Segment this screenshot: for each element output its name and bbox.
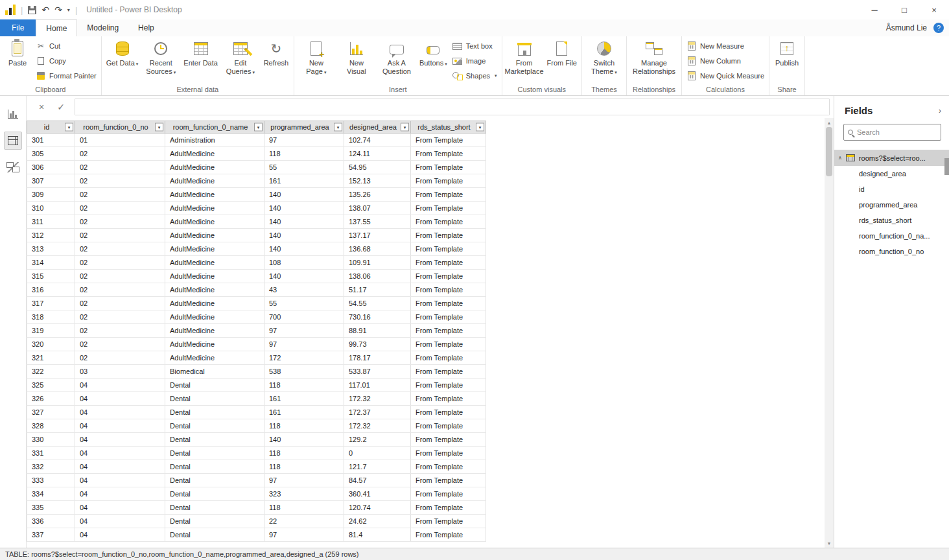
table-cell[interactable]: Dental <box>165 433 264 447</box>
new-measure-button[interactable]: New Measure <box>686 41 764 51</box>
table-cell[interactable]: 700 <box>264 310 344 324</box>
help-icon[interactable]: ? <box>933 23 944 33</box>
table-cell[interactable]: 135.26 <box>344 188 411 202</box>
table-cell[interactable]: From Template <box>411 419 486 433</box>
get-data-button[interactable]: Get Data▾ <box>104 37 141 67</box>
quickaccess-dropdown-icon[interactable]: ▾ <box>67 7 70 13</box>
table-cell[interactable]: 97 <box>264 324 344 338</box>
table-cell[interactable]: 02 <box>75 202 165 215</box>
table-cell[interactable]: 140 <box>264 270 344 283</box>
table-cell[interactable]: 01 <box>75 134 165 147</box>
tab-modeling[interactable]: Modeling <box>77 19 128 36</box>
table-cell[interactable]: 320 <box>27 338 75 351</box>
table-cell[interactable]: 314 <box>27 256 75 270</box>
table-row[interactable]: 33504Dental118120.74From Template <box>27 501 486 515</box>
formula-cancel-icon[interactable]: × <box>36 102 47 112</box>
table-cell[interactable]: Dental <box>165 447 264 460</box>
table-cell[interactable]: 137.55 <box>344 215 411 229</box>
table-cell[interactable]: 360.41 <box>344 487 411 501</box>
table-cell[interactable]: 136.68 <box>344 242 411 256</box>
table-cell[interactable]: 04 <box>75 406 165 419</box>
table-cell[interactable]: AdultMedicine <box>165 310 264 324</box>
table-cell[interactable]: 88.91 <box>344 324 411 338</box>
undo-icon[interactable]: ↶ <box>41 5 49 14</box>
formula-input[interactable] <box>75 99 830 115</box>
report-view-button[interactable] <box>4 105 22 123</box>
field-item[interactable]: room_function_0_na... <box>834 228 949 244</box>
table-cell[interactable]: AdultMedicine <box>165 324 264 338</box>
table-cell[interactable]: 118 <box>264 147 344 161</box>
table-cell[interactable]: AdultMedicine <box>165 147 264 161</box>
table-cell[interactable]: 02 <box>75 310 165 324</box>
table-cell[interactable]: 02 <box>75 188 165 202</box>
minimize-button[interactable]: ─ <box>860 0 889 19</box>
table-cell[interactable]: 138.07 <box>344 202 411 215</box>
table-cell[interactable]: 02 <box>75 242 165 256</box>
table-cell[interactable]: From Template <box>411 297 486 310</box>
table-cell[interactable]: 54.55 <box>344 297 411 310</box>
table-cell[interactable]: 04 <box>75 487 165 501</box>
table-cell[interactable]: 161 <box>264 174 344 188</box>
table-cell[interactable]: 312 <box>27 229 75 242</box>
table-cell[interactable]: 330 <box>27 433 75 447</box>
table-cell[interactable]: 316 <box>27 283 75 297</box>
table-cell[interactable]: 326 <box>27 392 75 406</box>
table-cell[interactable]: AdultMedicine <box>165 338 264 351</box>
table-cell[interactable]: 315 <box>27 270 75 283</box>
enter-data-button[interactable]: Enter Data <box>181 37 220 67</box>
data-view-button[interactable] <box>4 132 22 150</box>
table-cell[interactable]: AdultMedicine <box>165 351 264 365</box>
scrollbar-thumb[interactable] <box>826 127 832 176</box>
vertical-scrollbar[interactable]: ▲ ▼ <box>825 118 834 548</box>
model-view-button[interactable] <box>4 158 22 176</box>
table-row[interactable]: 31302AdultMedicine140136.68From Template <box>27 242 486 256</box>
table-cell[interactable]: Dental <box>165 487 264 501</box>
table-cell[interactable]: 161 <box>264 406 344 419</box>
column-filter-button[interactable]: ▾ <box>476 123 484 132</box>
table-row[interactable]: 33404Dental323360.41From Template <box>27 487 486 501</box>
table-cell[interactable]: From Template <box>411 433 486 447</box>
table-cell[interactable]: 309 <box>27 188 75 202</box>
publish-button[interactable]: Publish <box>771 37 803 67</box>
tab-file[interactable]: File <box>0 19 36 36</box>
table-cell[interactable]: AdultMedicine <box>165 242 264 256</box>
table-cell[interactable]: 97 <box>264 528 344 542</box>
table-cell[interactable]: 02 <box>75 174 165 188</box>
collapse-panel-icon[interactable]: › <box>939 106 941 115</box>
table-row[interactable]: 32704Dental161172.37From Template <box>27 406 486 419</box>
table-cell[interactable]: 140 <box>264 229 344 242</box>
table-row[interactable]: 31502AdultMedicine140138.06From Template <box>27 270 486 283</box>
table-cell[interactable]: Dental <box>165 460 264 474</box>
edit-queries-button[interactable]: Edit Queries▾ <box>220 37 261 76</box>
table-row[interactable]: 33704Dental9781.4From Template <box>27 528 486 542</box>
table-cell[interactable]: 55 <box>264 161 344 174</box>
table-cell[interactable]: 328 <box>27 419 75 433</box>
table-cell[interactable]: 306 <box>27 161 75 174</box>
table-row[interactable]: 30902AdultMedicine140135.26From Template <box>27 188 486 202</box>
table-cell[interactable]: 317 <box>27 297 75 310</box>
table-row[interactable]: 32102AdultMedicine172178.17From Template <box>27 351 486 365</box>
table-cell[interactable]: Administration <box>165 134 264 147</box>
table-cell[interactable]: 305 <box>27 147 75 161</box>
text-box-button[interactable]: Text box <box>452 41 497 51</box>
table-cell[interactable]: 04 <box>75 501 165 515</box>
table-cell[interactable]: AdultMedicine <box>165 297 264 310</box>
column-header[interactable]: designed_area▾ <box>344 121 411 134</box>
table-cell[interactable]: Dental <box>165 392 264 406</box>
table-cell[interactable]: From Template <box>411 147 486 161</box>
table-cell[interactable]: From Template <box>411 474 486 487</box>
table-cell[interactable]: 301 <box>27 134 75 147</box>
field-item[interactable]: id <box>834 181 949 197</box>
table-cell[interactable]: 55 <box>264 297 344 310</box>
table-row[interactable]: 31102AdultMedicine140137.55From Template <box>27 215 486 229</box>
switch-theme-button[interactable]: Switch Theme▾ <box>584 37 624 76</box>
table-cell[interactable]: 333 <box>27 474 75 487</box>
table-cell[interactable]: From Template <box>411 215 486 229</box>
table-row[interactable]: 32203Biomedical538533.87From Template <box>27 365 486 379</box>
table-cell[interactable]: AdultMedicine <box>165 188 264 202</box>
table-cell[interactable]: 140 <box>264 242 344 256</box>
table-cell[interactable]: 313 <box>27 242 75 256</box>
table-row[interactable]: 31802AdultMedicine700730.16From Template <box>27 310 486 324</box>
table-cell[interactable]: From Template <box>411 283 486 297</box>
table-cell[interactable]: AdultMedicine <box>165 215 264 229</box>
